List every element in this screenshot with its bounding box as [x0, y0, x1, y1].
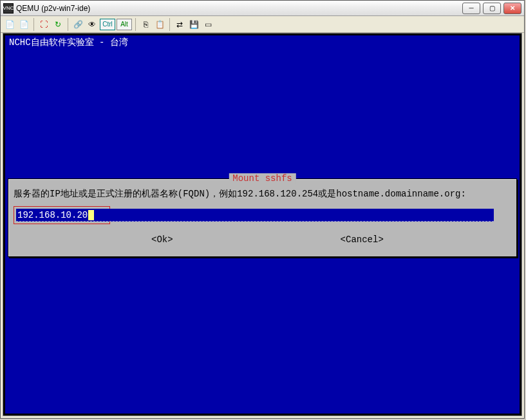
refresh-icon[interactable]: ↻	[52, 18, 64, 31]
view-only-icon[interactable]: 👁	[86, 18, 99, 31]
window-title: QEMU (p2v-win7-ide)	[16, 4, 90, 13]
new-connection-icon[interactable]: 📄	[3, 18, 16, 31]
window-controls: ─ ▢ ✕	[462, 3, 521, 14]
toolbar: 📄 📄 ⛶ ↻ 🔗 👁 Ctrl Alt ⎘ 📋 ⇄ 💾 ▭	[1, 16, 524, 33]
ip-input-field[interactable]: 192.168.10.20	[16, 209, 494, 222]
fullscreen-icon[interactable]: ⛶	[37, 18, 50, 31]
input-value: 192.168.10.20	[17, 210, 88, 220]
send-cad-icon[interactable]: 🔗	[71, 18, 84, 31]
cancel-button[interactable]: <Cancel>	[341, 234, 384, 245]
ok-button[interactable]: <Ok>	[151, 234, 173, 245]
dialog-title: Mount sshfs	[229, 173, 296, 184]
text-cursor	[88, 210, 94, 220]
vnc-viewport: NCHC自由软件实验室 - 台湾 Mount sshfs 服务器的IP地址或是正…	[3, 33, 522, 416]
separator	[33, 18, 34, 31]
paste-icon[interactable]: 📋	[153, 18, 166, 31]
ctrl-key-button[interactable]: Ctrl	[100, 19, 115, 30]
save-connection-icon[interactable]: 📄	[17, 18, 30, 31]
main-window: VNC QEMU (p2v-win7-ide) ─ ▢ ✕ 📄 📄 ⛶ ↻ 🔗 …	[0, 0, 525, 419]
separator	[68, 18, 68, 31]
minimize-button[interactable]: ─	[462, 3, 480, 14]
dialog-button-row: <Ok> <Cancel>	[14, 234, 511, 245]
save-icon[interactable]: 💾	[187, 18, 200, 31]
input-highlight-box: 192.168.10.20	[14, 206, 110, 224]
titlebar: VNC QEMU (p2v-win7-ide) ─ ▢ ✕	[1, 1, 524, 16]
maximize-button[interactable]: ▢	[483, 3, 501, 14]
file-transfer-icon[interactable]: ⇄	[173, 18, 186, 31]
scale-icon[interactable]: ▭	[202, 18, 214, 31]
dialog-prompt: 服务器的IP地址或是正式注册的机器名称(FQDN)，例如192.168.120.…	[14, 188, 511, 200]
separator	[135, 18, 136, 31]
alt-key-button[interactable]: Alt	[117, 19, 132, 30]
console-header: NCHC自由软件实验室 - 台湾	[5, 35, 520, 50]
console-screen[interactable]: NCHC自由软件实验室 - 台湾 Mount sshfs 服务器的IP地址或是正…	[5, 35, 520, 414]
close-button[interactable]: ✕	[503, 3, 521, 14]
separator	[169, 18, 170, 31]
copy-icon[interactable]: ⎘	[139, 18, 152, 31]
mount-sshfs-dialog: Mount sshfs 服务器的IP地址或是正式注册的机器名称(FQDN)，例如…	[8, 178, 517, 257]
app-icon: VNC	[3, 3, 14, 14]
